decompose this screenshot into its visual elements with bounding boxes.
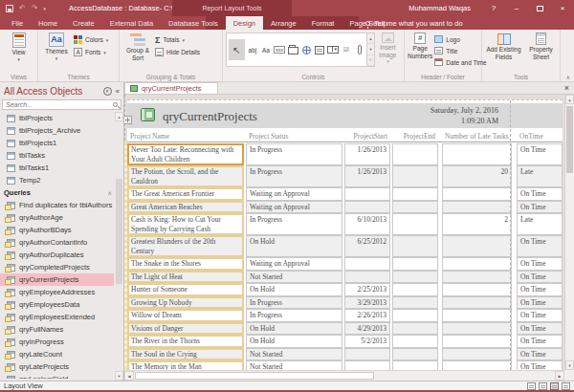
- column-header-project-name[interactable]: Project Name: [127, 132, 244, 142]
- document-tab-qrycurrentprojects[interactable]: qryCurrentProjects: [124, 82, 218, 94]
- nav-item-tbltasks1[interactable]: tblTasks1: [0, 162, 114, 174]
- table-row[interactable]: The Snake in the ShoresWaiting on Approv…: [127, 257, 563, 271]
- nav-item-tblprojects[interactable]: tblProjects: [0, 112, 114, 124]
- save-icon[interactable]: [6, 5, 13, 12]
- cell-name[interactable]: The Snake in the Shores: [127, 257, 244, 271]
- nav-scroll-down-icon[interactable]: ▼: [115, 371, 123, 381]
- table-row[interactable]: The Potion, the Scroll, and the Cauldron…: [127, 165, 563, 187]
- cell-late[interactable]: [442, 271, 512, 284]
- cell-name[interactable]: Never Too Late: Reconnecting with Your A…: [127, 143, 244, 165]
- cell-start[interactable]: [344, 348, 390, 361]
- column-header-project-status[interactable]: Project Status: [246, 132, 342, 142]
- column-header-ontime[interactable]: OnTime: [517, 132, 563, 142]
- table-row[interactable]: Growing Up NobodyIn Progress3/29/2013On …: [127, 296, 563, 310]
- property-sheet-button[interactable]: Property Sheet: [526, 32, 557, 60]
- cell-name[interactable]: The River in the Thorns: [127, 335, 244, 348]
- list-box-icon[interactable]: [314, 43, 325, 56]
- cell-name[interactable]: The Memory in the Man: [127, 360, 244, 370]
- nav-group-queries[interactable]: Queries∧: [0, 186, 114, 199]
- minimize-button[interactable]: –: [505, 0, 528, 16]
- cell-ontime[interactable]: On Time: [517, 271, 563, 284]
- button-control-icon[interactable]: xxx: [274, 43, 285, 56]
- table-row[interactable]: The Memory in the ManNot StartedOn Time: [127, 360, 563, 370]
- cell-status[interactable]: In Progress: [246, 296, 342, 310]
- column-header-projectstart[interactable]: ProjectStart: [344, 132, 390, 142]
- cell-late[interactable]: [442, 201, 512, 214]
- report-header-band[interactable]: qryCurrentProjects Saturday, July 2, 201…: [127, 103, 563, 128]
- collapse-group-icon[interactable]: ∧: [108, 189, 112, 196]
- table-row[interactable]: Hunter of SomeoneOn Hold2/25/2013On Time: [127, 283, 563, 296]
- tell-me-box[interactable]: Tell me what you want to do: [365, 16, 463, 30]
- report-title[interactable]: qryCurrentProjects: [163, 109, 257, 124]
- nav-item-qrylatecount[interactable]: qryLateCount: [0, 348, 114, 360]
- cell-end[interactable]: [392, 235, 438, 257]
- cell-start[interactable]: [344, 187, 390, 201]
- move-handle[interactable]: [124, 116, 132, 124]
- cell-late[interactable]: [442, 235, 512, 257]
- cell-late[interactable]: [442, 283, 512, 296]
- h-scroll-right-icon[interactable]: ▶: [555, 371, 564, 381]
- cell-status[interactable]: On Hold: [246, 322, 342, 336]
- cell-start[interactable]: [344, 257, 390, 271]
- nav-item-qryfullnames[interactable]: qryFullNames: [0, 323, 114, 336]
- cell-late[interactable]: [442, 187, 512, 201]
- close-document-icon[interactable]: ×: [560, 82, 574, 94]
- tab-format[interactable]: Format: [304, 16, 342, 30]
- report-vertical-scrollbar[interactable]: ▲ ▼: [564, 95, 574, 370]
- cell-ontime[interactable]: On Time: [517, 296, 563, 310]
- cell-name[interactable]: Great American Beaches: [127, 201, 244, 214]
- add-existing-fields-button[interactable]: Add Existing Fields: [486, 32, 522, 60]
- table-row[interactable]: Cash is King: How to Cut Your Spending b…: [127, 213, 563, 235]
- cell-name[interactable]: The Soul in the Crying: [127, 348, 244, 361]
- cell-start[interactable]: 2/26/2013: [344, 309, 390, 322]
- cell-ontime[interactable]: On Time: [517, 257, 563, 271]
- cell-ontime[interactable]: On Time: [517, 348, 563, 361]
- cell-status[interactable]: On Hold: [246, 235, 342, 257]
- cell-name[interactable]: Greatest Blunders of the 20th Century: [127, 235, 244, 257]
- cell-late[interactable]: [442, 360, 512, 370]
- cell-late[interactable]: [442, 335, 512, 348]
- cell-status[interactable]: Not Started: [246, 348, 342, 361]
- cell-start[interactable]: 3/29/2013: [344, 296, 390, 310]
- page-numbers-button[interactable]: # Page Numbers: [408, 32, 432, 59]
- cell-status[interactable]: Waiting on Approval: [246, 187, 342, 201]
- v-scroll-down-icon[interactable]: ▼: [565, 360, 574, 370]
- tab-control-icon[interactable]: [287, 43, 298, 56]
- cell-start[interactable]: [344, 271, 390, 284]
- cell-ontime[interactable]: On Time: [517, 309, 563, 322]
- nav-search-box[interactable]: [2, 99, 121, 110]
- cell-ontime[interactable]: On Time: [517, 283, 563, 296]
- h-scroll-thumb[interactable]: [135, 372, 374, 380]
- search-input[interactable]: [3, 101, 121, 108]
- cell-ontime[interactable]: On Time: [517, 360, 563, 370]
- report-datetime[interactable]: Saturday, July 2, 2016 1:09:20 AM: [430, 105, 498, 126]
- table-row[interactable]: The River in the ThornsOn Hold5/2/2013On…: [127, 335, 563, 348]
- cell-late[interactable]: [442, 143, 512, 165]
- nav-item-tblprojects-archive[interactable]: tblProjects_Archive: [0, 124, 114, 137]
- themes-button[interactable]: Aa Themes ▾: [41, 32, 72, 62]
- customize-qat-icon[interactable]: ▾: [43, 6, 46, 11]
- help-button[interactable]: ?: [482, 0, 505, 16]
- user-name[interactable]: Muhammad Waqas: [397, 4, 482, 12]
- table-row[interactable]: Great American BeachesWaiting on Approva…: [127, 201, 563, 214]
- nav-scrollbar[interactable]: ▲ ▼: [115, 112, 123, 381]
- cell-end[interactable]: [392, 187, 438, 201]
- print-preview-icon[interactable]: [539, 382, 547, 390]
- hide-details-button[interactable]: Hide Details: [153, 46, 202, 58]
- cell-ontime[interactable]: On Time: [517, 187, 563, 201]
- cell-start[interactable]: 5/2/2013: [344, 335, 390, 348]
- select-pointer-icon[interactable]: ↖: [229, 39, 245, 60]
- cell-end[interactable]: [392, 348, 438, 361]
- cell-start[interactable]: 6/10/2013: [344, 213, 390, 235]
- cell-late[interactable]: 2: [442, 213, 512, 235]
- cell-status[interactable]: Not Started: [246, 271, 342, 284]
- nav-item-qrylateprojects[interactable]: qryLateProjects: [0, 360, 114, 373]
- nav-scroll-up-icon[interactable]: ▲: [115, 112, 123, 121]
- cell-end[interactable]: [392, 165, 438, 187]
- text-box-icon[interactable]: ab|: [247, 43, 258, 56]
- v-scroll-thumb[interactable]: [566, 106, 573, 173]
- cell-end[interactable]: [392, 143, 438, 165]
- cell-start[interactable]: 1/26/2013: [344, 165, 390, 187]
- v-scroll-up-icon[interactable]: ▲: [565, 95, 574, 104]
- cell-late[interactable]: [442, 322, 512, 336]
